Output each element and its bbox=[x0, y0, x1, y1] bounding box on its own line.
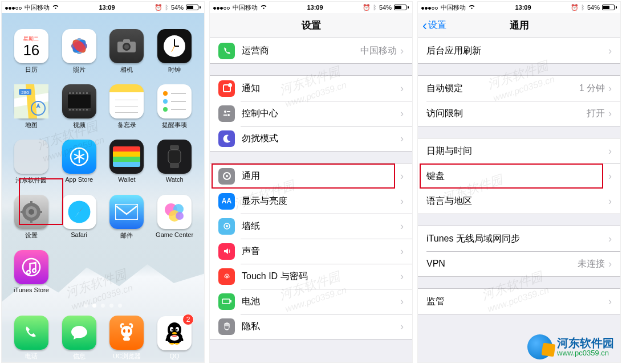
svg-point-64 bbox=[172, 329, 173, 331]
row-general[interactable]: 通用› bbox=[210, 163, 412, 189]
svg-point-57 bbox=[123, 329, 125, 333]
app-maps[interactable]: 280地图 bbox=[10, 84, 53, 129]
svg-point-75 bbox=[226, 225, 228, 227]
row-bg-refresh[interactable]: 后台应用刷新› bbox=[418, 38, 620, 63]
status-bar: 中国移动 13:09 ⏰ᛒ54% bbox=[210, 2, 412, 13]
chevron-right-icon: › bbox=[400, 108, 404, 120]
row-itunes-sync[interactable]: iTunes 无线局域网同步› bbox=[418, 226, 620, 251]
svg-rect-29 bbox=[69, 109, 71, 111]
app-photos[interactable]: 照片 bbox=[58, 29, 101, 74]
dock-phone[interactable]: 电话 bbox=[14, 316, 48, 361]
wifi-icon bbox=[52, 4, 59, 11]
logo-ball-icon bbox=[527, 334, 552, 359]
moon-icon bbox=[218, 130, 235, 147]
wifi-icon bbox=[468, 4, 475, 11]
row-carrier[interactable]: 运营商中国移动› bbox=[210, 38, 412, 63]
svg-point-66 bbox=[172, 332, 177, 334]
row-sounds[interactable]: 声音› bbox=[210, 239, 412, 264]
chevron-right-icon: › bbox=[400, 220, 404, 232]
svg-point-41 bbox=[29, 209, 34, 215]
settings-list[interactable]: 运营商中国移动› 通知› 控制中心› 勿扰模式› 通用› AA显示与亮度› 墙纸… bbox=[210, 38, 412, 363]
bluetooth-icon: ᛒ bbox=[165, 4, 169, 11]
carrier-label: 中国移动 bbox=[25, 3, 50, 12]
chevron-right-icon: › bbox=[400, 45, 404, 57]
svg-point-65 bbox=[176, 329, 178, 331]
qq-badge: 2 bbox=[182, 314, 194, 325]
chevron-right-icon: › bbox=[608, 108, 612, 120]
hand-icon bbox=[218, 318, 235, 335]
fingerprint-icon bbox=[218, 268, 235, 285]
nav-bar: 设置 bbox=[210, 13, 412, 38]
phone-icon bbox=[218, 43, 235, 59]
svg-rect-28 bbox=[86, 92, 88, 94]
svg-rect-59 bbox=[123, 337, 130, 341]
home-screen: 星期二16日历 照片 相机 时钟 280地图 视频 备忘录 提醒事项 河东软件园… bbox=[2, 13, 204, 363]
footer-url: www.pc0359.cn bbox=[557, 349, 614, 357]
row-wallpaper[interactable]: 墙纸› bbox=[210, 214, 412, 239]
svg-rect-37 bbox=[168, 150, 181, 163]
battery-icon bbox=[186, 5, 201, 10]
svg-rect-27 bbox=[83, 92, 84, 94]
app-safari[interactable]: Safari bbox=[58, 195, 101, 240]
row-restrictions[interactable]: 访问限制打开› bbox=[418, 101, 620, 126]
svg-point-70 bbox=[227, 114, 230, 116]
footer-cn: 河东软件园 bbox=[557, 337, 614, 349]
app-wallet[interactable]: Wallet bbox=[105, 140, 149, 185]
row-control-center[interactable]: 控制中心› bbox=[210, 101, 412, 126]
screenshot-general: 中国移动 13:09 ⏰ᛒ54% ‹设置 通用 后台应用刷新› 自动锁定1 分钟… bbox=[417, 1, 621, 363]
row-touchid[interactable]: Touch ID 与密码› bbox=[210, 264, 412, 289]
svg-rect-11 bbox=[123, 39, 130, 43]
alarm-icon: ⏰ bbox=[571, 4, 579, 11]
svg-rect-25 bbox=[76, 92, 78, 94]
dock-qq[interactable]: 2QQ bbox=[157, 316, 192, 359]
display-icon: AA bbox=[218, 193, 235, 210]
dock-uc[interactable]: UC浏览器 bbox=[109, 316, 144, 361]
wallpaper-icon bbox=[218, 218, 235, 235]
app-videos[interactable]: 视频 bbox=[58, 84, 101, 129]
row-keyboard[interactable]: 键盘› bbox=[418, 163, 620, 189]
app-clock[interactable]: 时钟 bbox=[153, 29, 196, 74]
screenshot-settings: 中国移动 13:09 ⏰ᛒ54% 设置 运营商中国移动› 通知› 控制中心› 勿… bbox=[209, 1, 413, 363]
row-notifications[interactable]: 通知› bbox=[210, 76, 412, 101]
app-appstore[interactable]: App Store bbox=[58, 140, 101, 185]
app-camera[interactable]: 相机 bbox=[105, 29, 149, 74]
svg-text:280: 280 bbox=[21, 90, 29, 95]
svg-rect-69 bbox=[227, 111, 230, 112]
row-dnd[interactable]: 勿扰模式› bbox=[210, 126, 412, 151]
footer-logo: 河东软件园 www.pc0359.cn bbox=[527, 334, 614, 359]
alarm-icon: ⏰ bbox=[155, 4, 162, 11]
back-button[interactable]: ‹设置 bbox=[422, 18, 446, 34]
app-gamecenter[interactable]: Game Center bbox=[153, 195, 196, 240]
svg-rect-38 bbox=[170, 163, 179, 168]
chevron-right-icon: › bbox=[400, 83, 404, 95]
row-language[interactable]: 语言与地区› bbox=[418, 189, 620, 214]
svg-rect-30 bbox=[72, 109, 74, 111]
row-autolock[interactable]: 自动锁定1 分钟› bbox=[418, 76, 620, 101]
status-bar: 中国移动 13:09 ⏰ ᛒ 54% bbox=[2, 2, 204, 13]
chevron-right-icon: › bbox=[608, 258, 612, 270]
statusbar-time: 13:09 bbox=[99, 4, 115, 11]
row-supervision[interactable]: 监管› bbox=[418, 289, 620, 314]
app-folder-hedong[interactable]: 河东软件园 bbox=[10, 140, 53, 185]
row-battery[interactable]: 电池› bbox=[210, 289, 412, 314]
app-notes[interactable]: 备忘录 bbox=[105, 84, 149, 129]
page-indicator[interactable] bbox=[2, 304, 204, 308]
svg-rect-36 bbox=[170, 145, 179, 150]
row-privacy[interactable]: 隐私› bbox=[210, 314, 412, 339]
general-list[interactable]: 后台应用刷新› 自动锁定1 分钟› 访问限制打开› 日期与时间› 键盘› 语言与… bbox=[418, 38, 620, 363]
app-calendar[interactable]: 星期二16日历 bbox=[10, 29, 53, 74]
app-settings[interactable]: 设置 bbox=[10, 195, 53, 240]
nav-title: 通用 bbox=[510, 19, 529, 32]
row-display[interactable]: AA显示与亮度› bbox=[210, 189, 412, 214]
row-datetime[interactable]: 日期与时间› bbox=[418, 138, 620, 163]
app-reminders[interactable]: 提醒事项 bbox=[153, 84, 196, 129]
row-vpn[interactable]: VPN未连接› bbox=[418, 251, 620, 276]
app-watch[interactable]: Watch bbox=[153, 140, 196, 185]
chevron-right-icon: › bbox=[608, 170, 612, 182]
nav-title: 设置 bbox=[302, 19, 321, 32]
signal-dots-icon bbox=[5, 4, 22, 11]
dock-messages[interactable]: 信息 bbox=[62, 316, 96, 361]
svg-rect-33 bbox=[83, 109, 84, 111]
app-mail[interactable]: 邮件 bbox=[105, 195, 149, 240]
app-itunes[interactable]: iTunes Store bbox=[10, 250, 53, 293]
